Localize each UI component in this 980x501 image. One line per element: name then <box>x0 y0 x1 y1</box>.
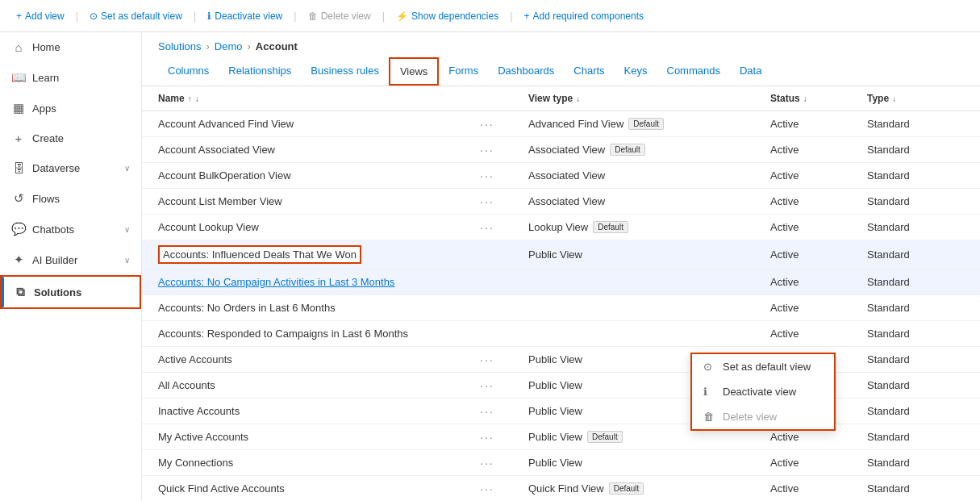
col-dots <box>480 93 528 104</box>
table-row[interactable]: Accounts: No Campaign Activities in Last… <box>142 269 980 295</box>
row-type: Standard <box>867 144 964 156</box>
row-status: Active <box>770 302 867 314</box>
table-row[interactable]: Account Associated View···Associated Vie… <box>142 137 980 163</box>
row-type: Standard <box>867 328 964 340</box>
row-name: Accounts: No Orders in Last 6 Months <box>158 302 336 314</box>
row-options-dots[interactable]: ··· <box>480 405 494 418</box>
row-options-dots[interactable]: ··· <box>480 195 494 208</box>
delete-button[interactable]: 🗑 Delete view <box>302 7 377 25</box>
breadcrumb-sep-2: › <box>248 40 251 52</box>
tab-keys[interactable]: Keys <box>615 58 657 85</box>
sidebar-label-learn: Learn <box>32 72 130 84</box>
context-delete[interactable]: 🗑 Delete view <box>692 404 834 429</box>
tab-dashboards[interactable]: Dashboards <box>488 58 564 85</box>
plus-icon: + <box>16 10 22 22</box>
deactivate-button[interactable]: ℹ Deactivate view <box>201 7 289 25</box>
sidebar-label-flows: Flows <box>32 193 130 205</box>
col-name[interactable]: Name ↑ ↓ <box>158 93 480 104</box>
row-view-type: Advanced Find ViewDefault <box>528 118 770 130</box>
table-row[interactable]: All Accounts···Public ViewActiveStandard <box>142 373 980 399</box>
main-layout: ⌂ Home 📖 Learn ▦ Apps + Create 🗄 Dataver… <box>0 32 980 501</box>
chevron-down-icon-3: ∨ <box>124 256 130 265</box>
chevron-down-icon: ∨ <box>124 164 130 173</box>
row-options-dots[interactable]: ··· <box>480 379 494 392</box>
table-row[interactable]: Quick Find Active Accounts···Quick Find … <box>142 476 980 501</box>
row-name: Account Associated View <box>158 144 275 156</box>
tab-columns[interactable]: Columns <box>158 58 219 85</box>
row-type: Standard <box>867 221 964 233</box>
table-row[interactable]: Accounts: No Orders in Last 6 MonthsActi… <box>142 295 980 321</box>
solutions-icon: ⧉ <box>13 285 27 299</box>
row-status: Active <box>770 221 867 233</box>
row-options-dots[interactable]: ··· <box>480 431 494 444</box>
table-row[interactable]: Account List Member View···Associated Vi… <box>142 189 980 215</box>
tab-business-rules[interactable]: Business rules <box>301 58 389 85</box>
sidebar-item-home[interactable]: ⌂ Home <box>0 32 141 62</box>
table-row[interactable]: Accounts: Responded to Campaigns in Last… <box>142 321 980 347</box>
breadcrumb-solutions[interactable]: Solutions <box>158 40 201 52</box>
view-type-text: Public View <box>528 353 582 365</box>
sidebar-item-apps[interactable]: ▦ Apps <box>0 93 141 123</box>
cm-set-default-label: Set as default view <box>723 361 811 373</box>
row-options-dots[interactable]: ··· <box>480 457 494 470</box>
cm-deactivate-icon: ℹ <box>703 386 716 398</box>
sidebar-item-flows[interactable]: ↺ Flows <box>0 183 141 214</box>
col-viewtype[interactable]: View type ↓ <box>528 93 770 104</box>
tab-commands[interactable]: Commands <box>657 58 730 85</box>
view-type-badge: Default <box>593 221 628 233</box>
tab-charts[interactable]: Charts <box>564 58 614 85</box>
col-type[interactable]: Type ↓ <box>867 93 964 104</box>
col-status[interactable]: Status ↓ <box>770 93 867 104</box>
table-row[interactable]: Accounts: Influenced Deals That We WonPu… <box>142 240 980 269</box>
table-row[interactable]: Active Accounts···Public ViewActiveStand… <box>142 347 980 373</box>
row-options-dots[interactable]: ··· <box>480 353 494 366</box>
breadcrumb-current: Account <box>256 40 298 52</box>
row-type: Standard <box>867 248 964 261</box>
row-options-dots[interactable]: ··· <box>480 144 494 157</box>
table-row[interactable]: My Connections···Public ViewActiveStanda… <box>142 450 980 476</box>
row-options-dots[interactable]: ··· <box>480 482 494 495</box>
row-status: Active <box>770 195 867 207</box>
sidebar-item-dataverse[interactable]: 🗄 Dataverse ∨ <box>0 153 141 183</box>
sidebar-label-apps: Apps <box>32 102 130 115</box>
table-row[interactable]: Account Advanced Find View···Advanced Fi… <box>142 111 980 137</box>
row-name: Active Accounts <box>158 353 232 365</box>
tab-data[interactable]: Data <box>730 58 771 85</box>
tab-forms[interactable]: Forms <box>439 58 488 85</box>
row-status: Active <box>770 144 867 156</box>
sep5: | <box>510 10 512 22</box>
context-set-default[interactable]: ⊙ Set as default view <box>692 354 834 379</box>
row-options-dots[interactable]: ··· <box>480 221 494 234</box>
tab-relationships[interactable]: Relationships <box>219 58 301 85</box>
cm-delete-label: Delete view <box>723 411 777 423</box>
sidebar-item-create[interactable]: + Create <box>0 123 141 153</box>
sort-type-icon: ↓ <box>892 94 896 103</box>
sidebar-item-learn[interactable]: 📖 Learn <box>0 62 141 93</box>
delete-icon: 🗑 <box>308 10 318 22</box>
row-options-dots[interactable]: ··· <box>480 118 494 131</box>
table-row[interactable]: Inactive Accounts···Public ViewActiveSta… <box>142 399 980 424</box>
row-name-link[interactable]: Accounts: No Campaign Activities in Last… <box>158 276 394 288</box>
info-icon: ℹ <box>207 10 211 22</box>
view-type-text: Associated View <box>528 195 605 207</box>
sidebar-item-chatbots[interactable]: 💬 Chatbots ∨ <box>0 214 141 244</box>
view-type-text: Lookup View <box>528 221 588 233</box>
sidebar-item-aibuilder[interactable]: ✦ AI Builder ∨ <box>0 244 141 275</box>
context-deactivate[interactable]: ℹ Deactivate view <box>692 379 834 404</box>
add-view-button[interactable]: + Add view <box>10 7 71 25</box>
breadcrumb-demo[interactable]: Demo <box>215 40 243 52</box>
sort-desc-icon: ↓ <box>195 94 199 103</box>
table-row[interactable]: My Active Accounts···Public ViewDefaultA… <box>142 424 980 450</box>
table-row[interactable]: Account BulkOperation View···Associated … <box>142 163 980 189</box>
set-default-button[interactable]: ⊙ Set as default view <box>83 7 189 25</box>
sidebar-label-dataverse: Dataverse <box>32 162 118 174</box>
tab-views[interactable]: Views <box>389 57 439 86</box>
row-options-dots[interactable]: ··· <box>480 169 494 182</box>
table-row[interactable]: Account Lookup View···Lookup ViewDefault… <box>142 215 980 240</box>
row-status: Active <box>770 276 867 288</box>
add-required-button[interactable]: + Add required components <box>518 7 650 25</box>
sort-viewtype-icon: ↓ <box>576 94 580 103</box>
sidebar-item-solutions[interactable]: ⧉ Solutions <box>0 275 141 309</box>
show-deps-button[interactable]: ⚡ Show dependencies <box>390 7 505 25</box>
row-status: Active <box>770 169 867 182</box>
